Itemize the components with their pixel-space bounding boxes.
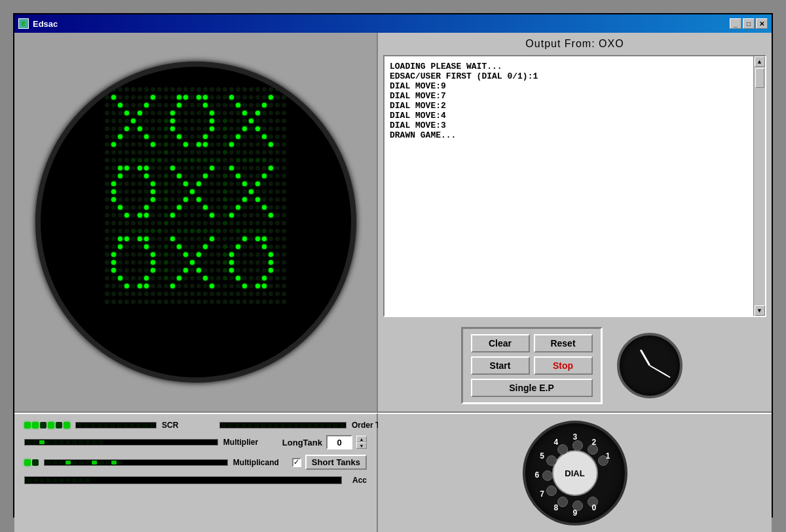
dot — [210, 292, 214, 296]
dot — [196, 260, 201, 265]
reset-button[interactable]: Reset — [534, 334, 593, 352]
dot — [255, 166, 260, 170]
dial-hole[interactable] — [542, 470, 553, 481]
bar-led — [254, 423, 259, 427]
dot — [124, 244, 129, 249]
short-tanks-checkbox[interactable]: ✓ — [292, 458, 301, 467]
dot — [124, 299, 129, 304]
dot — [275, 189, 280, 194]
start-button[interactable]: Start — [471, 356, 530, 375]
dot — [164, 166, 168, 170]
dot-row — [58, 235, 333, 242]
dot — [105, 95, 109, 100]
scroll-down-button[interactable]: ▼ — [755, 305, 765, 316]
dot — [249, 276, 253, 280]
dot — [229, 299, 234, 304]
dot — [131, 292, 136, 296]
dot — [118, 103, 122, 107]
dial-number: 4 — [554, 438, 559, 447]
dial-hole[interactable] — [546, 485, 557, 496]
dot — [242, 119, 247, 123]
dot — [196, 244, 201, 249]
bar-led — [333, 423, 338, 427]
dot — [269, 284, 273, 288]
dot — [151, 119, 155, 123]
dot — [236, 244, 240, 249]
bar-led — [228, 423, 233, 427]
dot — [275, 134, 280, 139]
minimize-button[interactable]: _ — [730, 18, 741, 29]
dot-row — [58, 219, 333, 226]
dial-hole[interactable] — [557, 444, 568, 455]
dial-hole[interactable] — [572, 440, 583, 451]
clear-button[interactable]: Clear — [471, 334, 530, 352]
dot — [190, 292, 195, 296]
dial-hole[interactable] — [557, 497, 568, 507]
dot — [144, 284, 149, 288]
dot — [262, 103, 267, 107]
dot — [105, 205, 109, 210]
dot — [105, 237, 109, 241]
bar-led — [267, 423, 272, 427]
dot — [138, 111, 142, 115]
dot — [111, 237, 116, 241]
dot — [183, 103, 188, 107]
longtank-up-button[interactable]: ▲ — [356, 436, 367, 442]
bar-led — [72, 440, 77, 444]
dot — [177, 181, 181, 186]
longtank-down-button[interactable]: ▼ — [356, 442, 367, 449]
dot — [105, 229, 109, 233]
dot — [170, 205, 175, 210]
dot — [255, 276, 260, 280]
dot — [111, 299, 116, 304]
bar-led — [92, 440, 97, 444]
longtank-input[interactable] — [326, 435, 352, 449]
dot — [203, 87, 208, 92]
dot — [242, 126, 247, 131]
dot — [262, 166, 267, 170]
dial-number: 8 — [554, 503, 559, 512]
led — [40, 422, 47, 428]
dot — [138, 237, 142, 241]
dot — [223, 142, 227, 147]
acc-row: Acc — [24, 475, 367, 485]
dot — [183, 292, 188, 296]
dot — [203, 205, 208, 210]
dot — [249, 142, 253, 147]
dot — [229, 134, 234, 139]
dot — [249, 189, 253, 194]
dot — [183, 260, 188, 265]
maximize-button[interactable]: □ — [743, 18, 755, 29]
scroll-up-button[interactable]: ▲ — [755, 56, 765, 67]
bar-led — [117, 423, 122, 427]
dial-hole[interactable] — [546, 455, 557, 466]
dot — [118, 95, 122, 100]
dot — [164, 134, 168, 139]
dot — [282, 158, 286, 162]
dot — [262, 95, 267, 100]
dot — [229, 87, 234, 92]
single-ep-button[interactable]: Single E.P — [471, 379, 593, 397]
dot — [124, 95, 129, 100]
dial-center[interactable]: DIAL — [552, 450, 598, 496]
dot — [177, 292, 181, 296]
dot — [157, 181, 162, 186]
stop-button[interactable]: Stop — [534, 356, 593, 375]
scroll-thumb[interactable] — [755, 68, 764, 88]
dot — [177, 103, 181, 107]
dot — [216, 276, 221, 280]
dot — [157, 189, 162, 194]
bar-led — [79, 478, 84, 482]
output-line: EDSAC/USER FIRST (DIAL 0/1):1 — [390, 71, 748, 81]
dot — [242, 284, 247, 288]
close-button[interactable]: ✕ — [756, 18, 768, 29]
dot — [249, 221, 253, 225]
dot — [124, 252, 129, 257]
dot-row — [58, 164, 333, 171]
dot — [144, 158, 149, 162]
dot — [269, 126, 273, 131]
dot — [262, 142, 267, 147]
dot — [229, 111, 234, 115]
dot — [105, 197, 109, 202]
dot — [269, 229, 273, 233]
